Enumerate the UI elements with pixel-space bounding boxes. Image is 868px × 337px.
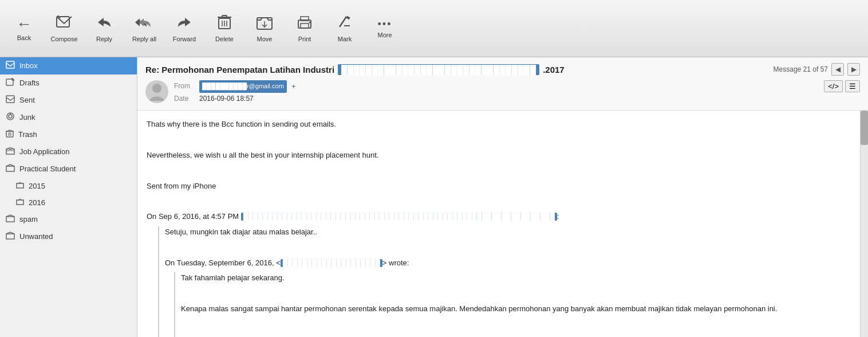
- sidebar-item-junk[interactable]: Junk: [0, 109, 137, 126]
- reply-all-icon: [134, 14, 155, 33]
- drafts-icon: [6, 78, 15, 88]
- sidebar-item-sent[interactable]: Sent: [0, 92, 137, 109]
- reply-all-button[interactable]: Reply all: [125, 3, 164, 54]
- mark-label: Mark: [338, 36, 352, 42]
- quoted-inner-line-4: [181, 319, 851, 331]
- sidebar-item-unwanted-label: Unwanted: [19, 232, 53, 241]
- svg-point-12: [309, 22, 311, 23]
- date-row: Date 2016-09-06 18:57: [174, 93, 818, 104]
- quoted-line-2: [165, 242, 851, 254]
- scrollbar-track[interactable]: [860, 111, 868, 337]
- sent-icon: [6, 95, 15, 105]
- move-button[interactable]: Move: [245, 3, 284, 54]
- message-nav: Message 21 of 57 ◀ ▶: [774, 63, 860, 76]
- sidebar-item-trash-label: Trash: [18, 130, 37, 139]
- from-label: From: [174, 80, 195, 93]
- body-line-3: Nevertheless, we wish u all the best in …: [147, 150, 851, 162]
- date-label: Date: [174, 93, 195, 104]
- sidebar-item-trash[interactable]: Trash: [0, 126, 137, 143]
- delete-label: Delete: [215, 36, 234, 42]
- meta-fields: From ██████████r@gmail.com + Date 2016-0…: [174, 80, 818, 104]
- header-actions: </> ☰: [824, 80, 860, 92]
- sidebar-item-unwanted[interactable]: Unwanted: [0, 228, 137, 245]
- avatar: [145, 80, 168, 103]
- email-meta: From ██████████r@gmail.com + Date 2016-0…: [145, 80, 860, 104]
- sidebar-item-inbox[interactable]: Inbox: [0, 57, 137, 75]
- svg-rect-16: [6, 61, 14, 68]
- email-subject-row: Re: Permohonan Penempatan Latihan Indust…: [145, 63, 860, 76]
- quoted-inner-line-1: Tak fahamlah pelajar sekarang.: [181, 272, 851, 284]
- subject-text: Re: Permohonan Penempatan Latihan Indust…: [145, 65, 334, 75]
- body-on-sep: On Sep 6, 2016, at 4:57 PM █████████████…: [147, 211, 851, 223]
- compose-label: Compose: [50, 36, 77, 42]
- body-line-2: [147, 134, 851, 146]
- toolbar: ← Back Compose Reply Reply all Forward: [0, 0, 868, 57]
- more-label: More: [377, 32, 392, 38]
- sidebar-item-spam-label: spam: [19, 215, 38, 224]
- sidebar: Inbox Drafts Sent Junk Trash: [0, 57, 137, 337]
- reply-button[interactable]: Reply: [85, 3, 124, 54]
- subject-highlight: ████████████████████████████████: [338, 64, 539, 75]
- inbox-icon: [6, 61, 15, 70]
- sidebar-item-job-application[interactable]: Job Application: [0, 143, 137, 160]
- svg-rect-15: [346, 16, 350, 19]
- forward-icon: [176, 14, 193, 33]
- sidebar-item-2016[interactable]: 2016: [0, 194, 137, 211]
- sidebar-item-drafts[interactable]: Drafts: [0, 75, 137, 92]
- sidebar-item-job-application-label: Job Application: [19, 147, 69, 156]
- quoted-inner-line-5: Rasa macam nak pergi kolej mereka dan aj…: [181, 334, 851, 337]
- body-line-1: Thats why there is the Bcc function in s…: [147, 119, 851, 131]
- practical-student-icon: [6, 164, 15, 174]
- svg-rect-21: [6, 96, 14, 103]
- email-body: Thats why there is the Bcc function in s…: [137, 111, 860, 337]
- compose-button[interactable]: Compose: [45, 3, 84, 54]
- delete-icon: [217, 14, 232, 33]
- quoted-block-1: Setuju, mungkin tak diajar atau malas be…: [158, 226, 851, 337]
- prev-message-button[interactable]: ◀: [831, 63, 844, 76]
- subject-year: .2017: [543, 65, 565, 75]
- from-row: From ██████████r@gmail.com +: [174, 80, 818, 93]
- sidebar-item-practical-student[interactable]: Practical Student: [0, 160, 137, 178]
- quoted-line-3: On Tuesday, September 6, 2016, <████████…: [165, 257, 851, 269]
- body-line-4: [147, 165, 851, 177]
- next-message-button[interactable]: ▶: [847, 63, 860, 76]
- sidebar-item-2015[interactable]: 2015: [0, 178, 137, 194]
- back-button[interactable]: ← Back: [5, 3, 44, 54]
- quoted-inner-line-2: [181, 288, 851, 300]
- quoted-line-1: Setuju, mungkin tak diajar atau malas be…: [165, 226, 851, 238]
- sidebar-item-2015-label: 2015: [29, 182, 45, 190]
- forward-button[interactable]: Forward: [165, 3, 204, 54]
- print-button[interactable]: Print: [285, 3, 324, 54]
- year-2016-icon: [16, 198, 24, 207]
- reply-icon: [96, 14, 113, 33]
- svg-rect-10: [301, 23, 309, 28]
- quoted-inner-line-3: Kenapa malas sangat sampai hantar permoh…: [181, 303, 851, 315]
- menu-button[interactable]: ☰: [845, 80, 860, 92]
- mark-icon: [336, 14, 353, 33]
- more-button[interactable]: ••• More: [365, 3, 404, 54]
- mark-button[interactable]: Mark: [325, 3, 364, 54]
- delete-button[interactable]: Delete: [205, 3, 244, 54]
- spam-icon: [6, 214, 15, 224]
- back-icon: ←: [16, 16, 32, 32]
- back-label: Back: [17, 34, 31, 41]
- print-label: Print: [298, 36, 311, 42]
- sidebar-item-spam[interactable]: spam: [0, 211, 137, 228]
- from-email[interactable]: ██████████r@gmail.com: [199, 80, 287, 93]
- move-icon: [256, 14, 273, 33]
- sidebar-item-sent-label: Sent: [19, 96, 35, 104]
- junk-icon: [6, 112, 15, 122]
- more-icon: •••: [378, 19, 392, 29]
- sidebar-item-inbox-label: Inbox: [19, 61, 38, 70]
- unwanted-icon: [6, 232, 15, 241]
- sidebar-item-drafts-label: Drafts: [19, 79, 40, 87]
- svg-point-31: [152, 84, 161, 93]
- add-contact-icon[interactable]: +: [291, 80, 296, 93]
- email-subject: Re: Permohonan Penempatan Latihan Indust…: [145, 64, 565, 75]
- body-line-6: [147, 195, 851, 207]
- svg-point-23: [9, 115, 12, 118]
- source-button[interactable]: </>: [824, 80, 843, 92]
- message-counter: Message 21 of 57: [774, 65, 828, 73]
- scrollbar-thumb[interactable]: [861, 111, 868, 145]
- date-value: 2016-09-06 18:57: [199, 93, 254, 104]
